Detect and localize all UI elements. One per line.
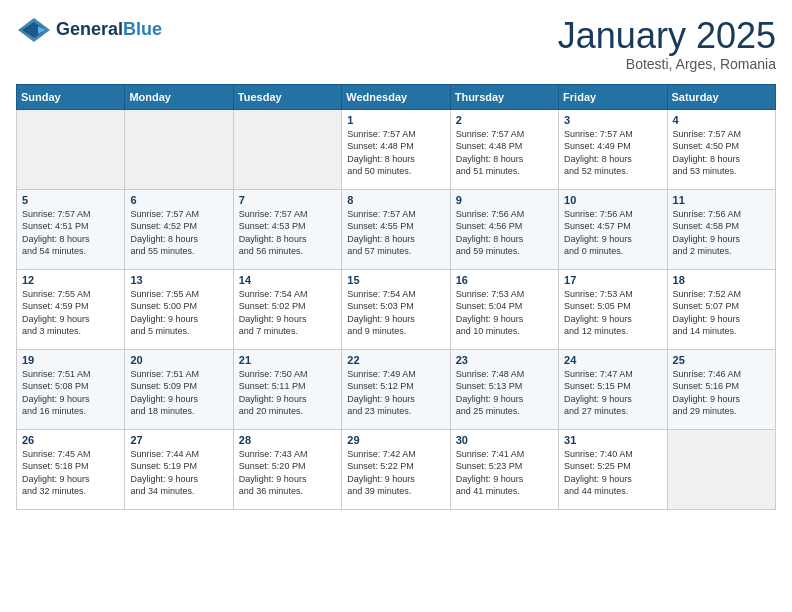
day-number: 3 xyxy=(564,114,661,126)
day-number: 1 xyxy=(347,114,444,126)
weekday-header-friday: Friday xyxy=(559,84,667,109)
calendar-cell: 25Sunrise: 7:46 AM Sunset: 5:16 PM Dayli… xyxy=(667,349,775,429)
calendar-cell: 4Sunrise: 7:57 AM Sunset: 4:50 PM Daylig… xyxy=(667,109,775,189)
calendar-cell: 17Sunrise: 7:53 AM Sunset: 5:05 PM Dayli… xyxy=(559,269,667,349)
calendar-cell: 23Sunrise: 7:48 AM Sunset: 5:13 PM Dayli… xyxy=(450,349,558,429)
calendar-cell: 16Sunrise: 7:53 AM Sunset: 5:04 PM Dayli… xyxy=(450,269,558,349)
day-info: Sunrise: 7:56 AM Sunset: 4:58 PM Dayligh… xyxy=(673,208,770,258)
day-info: Sunrise: 7:43 AM Sunset: 5:20 PM Dayligh… xyxy=(239,448,336,498)
weekday-header-thursday: Thursday xyxy=(450,84,558,109)
day-number: 28 xyxy=(239,434,336,446)
day-info: Sunrise: 7:57 AM Sunset: 4:51 PM Dayligh… xyxy=(22,208,119,258)
day-info: Sunrise: 7:52 AM Sunset: 5:07 PM Dayligh… xyxy=(673,288,770,338)
day-info: Sunrise: 7:56 AM Sunset: 4:56 PM Dayligh… xyxy=(456,208,553,258)
calendar-cell: 11Sunrise: 7:56 AM Sunset: 4:58 PM Dayli… xyxy=(667,189,775,269)
calendar-table: SundayMondayTuesdayWednesdayThursdayFrid… xyxy=(16,84,776,510)
weekday-header-row: SundayMondayTuesdayWednesdayThursdayFrid… xyxy=(17,84,776,109)
title-block: January 2025 Botesti, Arges, Romania xyxy=(558,16,776,72)
weekday-header-saturday: Saturday xyxy=(667,84,775,109)
day-number: 19 xyxy=(22,354,119,366)
day-number: 13 xyxy=(130,274,227,286)
calendar-cell: 8Sunrise: 7:57 AM Sunset: 4:55 PM Daylig… xyxy=(342,189,450,269)
day-info: Sunrise: 7:49 AM Sunset: 5:12 PM Dayligh… xyxy=(347,368,444,418)
day-info: Sunrise: 7:57 AM Sunset: 4:53 PM Dayligh… xyxy=(239,208,336,258)
day-info: Sunrise: 7:55 AM Sunset: 5:00 PM Dayligh… xyxy=(130,288,227,338)
day-info: Sunrise: 7:40 AM Sunset: 5:25 PM Dayligh… xyxy=(564,448,661,498)
week-row-3: 12Sunrise: 7:55 AM Sunset: 4:59 PM Dayli… xyxy=(17,269,776,349)
week-row-1: 1Sunrise: 7:57 AM Sunset: 4:48 PM Daylig… xyxy=(17,109,776,189)
calendar-cell: 26Sunrise: 7:45 AM Sunset: 5:18 PM Dayli… xyxy=(17,429,125,509)
day-info: Sunrise: 7:54 AM Sunset: 5:02 PM Dayligh… xyxy=(239,288,336,338)
day-number: 20 xyxy=(130,354,227,366)
calendar-cell: 29Sunrise: 7:42 AM Sunset: 5:22 PM Dayli… xyxy=(342,429,450,509)
calendar-cell xyxy=(125,109,233,189)
day-info: Sunrise: 7:56 AM Sunset: 4:57 PM Dayligh… xyxy=(564,208,661,258)
day-number: 10 xyxy=(564,194,661,206)
day-number: 15 xyxy=(347,274,444,286)
calendar-cell: 21Sunrise: 7:50 AM Sunset: 5:11 PM Dayli… xyxy=(233,349,341,429)
page-header: GeneralBlue January 2025 Botesti, Arges,… xyxy=(16,16,776,72)
calendar-title: January 2025 xyxy=(558,16,776,56)
weekday-header-wednesday: Wednesday xyxy=(342,84,450,109)
day-number: 7 xyxy=(239,194,336,206)
calendar-cell: 27Sunrise: 7:44 AM Sunset: 5:19 PM Dayli… xyxy=(125,429,233,509)
day-number: 26 xyxy=(22,434,119,446)
calendar-cell: 9Sunrise: 7:56 AM Sunset: 4:56 PM Daylig… xyxy=(450,189,558,269)
day-number: 23 xyxy=(456,354,553,366)
logo-icon xyxy=(16,16,52,44)
calendar-cell: 3Sunrise: 7:57 AM Sunset: 4:49 PM Daylig… xyxy=(559,109,667,189)
calendar-cell: 13Sunrise: 7:55 AM Sunset: 5:00 PM Dayli… xyxy=(125,269,233,349)
calendar-cell xyxy=(667,429,775,509)
week-row-4: 19Sunrise: 7:51 AM Sunset: 5:08 PM Dayli… xyxy=(17,349,776,429)
calendar-cell xyxy=(17,109,125,189)
day-info: Sunrise: 7:46 AM Sunset: 5:16 PM Dayligh… xyxy=(673,368,770,418)
calendar-cell: 12Sunrise: 7:55 AM Sunset: 4:59 PM Dayli… xyxy=(17,269,125,349)
day-number: 30 xyxy=(456,434,553,446)
day-info: Sunrise: 7:57 AM Sunset: 4:52 PM Dayligh… xyxy=(130,208,227,258)
day-number: 18 xyxy=(673,274,770,286)
calendar-cell: 19Sunrise: 7:51 AM Sunset: 5:08 PM Dayli… xyxy=(17,349,125,429)
day-info: Sunrise: 7:51 AM Sunset: 5:09 PM Dayligh… xyxy=(130,368,227,418)
day-info: Sunrise: 7:51 AM Sunset: 5:08 PM Dayligh… xyxy=(22,368,119,418)
day-info: Sunrise: 7:50 AM Sunset: 5:11 PM Dayligh… xyxy=(239,368,336,418)
day-info: Sunrise: 7:55 AM Sunset: 4:59 PM Dayligh… xyxy=(22,288,119,338)
day-info: Sunrise: 7:53 AM Sunset: 5:05 PM Dayligh… xyxy=(564,288,661,338)
day-info: Sunrise: 7:53 AM Sunset: 5:04 PM Dayligh… xyxy=(456,288,553,338)
day-info: Sunrise: 7:41 AM Sunset: 5:23 PM Dayligh… xyxy=(456,448,553,498)
day-info: Sunrise: 7:47 AM Sunset: 5:15 PM Dayligh… xyxy=(564,368,661,418)
calendar-cell: 24Sunrise: 7:47 AM Sunset: 5:15 PM Dayli… xyxy=(559,349,667,429)
day-number: 2 xyxy=(456,114,553,126)
day-number: 17 xyxy=(564,274,661,286)
calendar-cell: 10Sunrise: 7:56 AM Sunset: 4:57 PM Dayli… xyxy=(559,189,667,269)
week-row-2: 5Sunrise: 7:57 AM Sunset: 4:51 PM Daylig… xyxy=(17,189,776,269)
day-number: 14 xyxy=(239,274,336,286)
week-row-5: 26Sunrise: 7:45 AM Sunset: 5:18 PM Dayli… xyxy=(17,429,776,509)
day-info: Sunrise: 7:57 AM Sunset: 4:48 PM Dayligh… xyxy=(347,128,444,178)
day-info: Sunrise: 7:57 AM Sunset: 4:50 PM Dayligh… xyxy=(673,128,770,178)
day-number: 12 xyxy=(22,274,119,286)
calendar-cell: 18Sunrise: 7:52 AM Sunset: 5:07 PM Dayli… xyxy=(667,269,775,349)
calendar-cell: 1Sunrise: 7:57 AM Sunset: 4:48 PM Daylig… xyxy=(342,109,450,189)
calendar-cell: 5Sunrise: 7:57 AM Sunset: 4:51 PM Daylig… xyxy=(17,189,125,269)
calendar-cell: 6Sunrise: 7:57 AM Sunset: 4:52 PM Daylig… xyxy=(125,189,233,269)
calendar-cell: 28Sunrise: 7:43 AM Sunset: 5:20 PM Dayli… xyxy=(233,429,341,509)
day-number: 21 xyxy=(239,354,336,366)
calendar-cell: 15Sunrise: 7:54 AM Sunset: 5:03 PM Dayli… xyxy=(342,269,450,349)
day-info: Sunrise: 7:57 AM Sunset: 4:48 PM Dayligh… xyxy=(456,128,553,178)
day-info: Sunrise: 7:45 AM Sunset: 5:18 PM Dayligh… xyxy=(22,448,119,498)
logo: GeneralBlue xyxy=(16,16,162,44)
weekday-header-monday: Monday xyxy=(125,84,233,109)
calendar-cell: 22Sunrise: 7:49 AM Sunset: 5:12 PM Dayli… xyxy=(342,349,450,429)
calendar-subtitle: Botesti, Arges, Romania xyxy=(558,56,776,72)
day-number: 11 xyxy=(673,194,770,206)
day-info: Sunrise: 7:57 AM Sunset: 4:55 PM Dayligh… xyxy=(347,208,444,258)
day-number: 29 xyxy=(347,434,444,446)
day-number: 25 xyxy=(673,354,770,366)
calendar-cell: 31Sunrise: 7:40 AM Sunset: 5:25 PM Dayli… xyxy=(559,429,667,509)
calendar-cell xyxy=(233,109,341,189)
day-number: 9 xyxy=(456,194,553,206)
day-number: 24 xyxy=(564,354,661,366)
day-number: 4 xyxy=(673,114,770,126)
day-info: Sunrise: 7:42 AM Sunset: 5:22 PM Dayligh… xyxy=(347,448,444,498)
day-number: 6 xyxy=(130,194,227,206)
